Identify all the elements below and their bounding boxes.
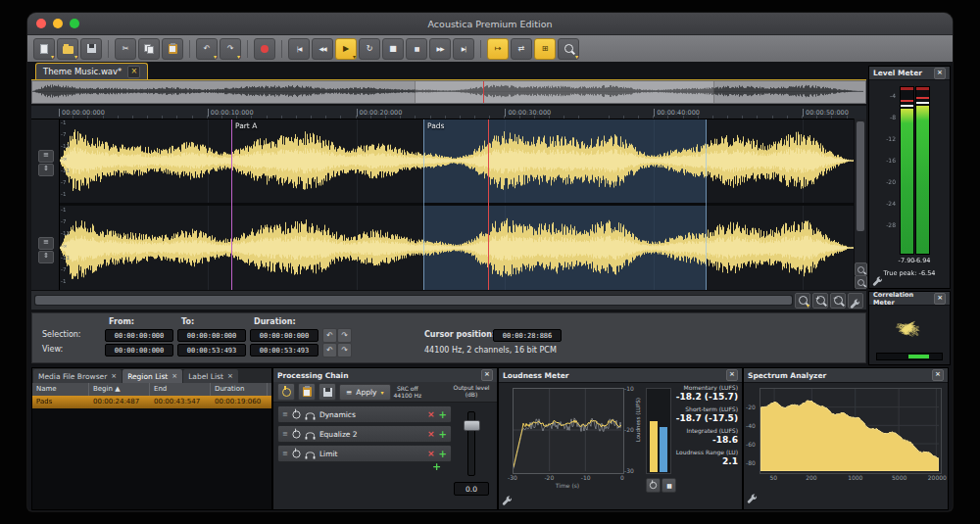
- close-panel-icon[interactable]: ×: [932, 369, 944, 381]
- headphones-icon[interactable]: [305, 412, 315, 418]
- channel-menu-button[interactable]: ≡: [38, 150, 54, 163]
- snap-button[interactable]: ⊞: [534, 38, 556, 60]
- add-effect-icon[interactable]: +: [439, 409, 447, 420]
- overview-waveform[interactable]: [31, 80, 866, 104]
- pause-button[interactable]: ▮▮: [406, 38, 427, 60]
- chain-effect-row[interactable]: ≡Equalize 2×+: [277, 425, 452, 443]
- waveform-channel-right[interactable]: [59, 206, 855, 290]
- selection-duration-field[interactable]: 00:00:00:000: [250, 329, 318, 342]
- channel-zoom-button[interactable]: ⇕: [38, 164, 54, 176]
- close-tab-icon[interactable]: ×: [172, 372, 177, 380]
- power-icon[interactable]: [292, 450, 300, 457]
- view-from-field[interactable]: 00:00:00:000: [105, 344, 173, 357]
- waveview-settings-button[interactable]: [848, 293, 863, 309]
- vertical-scroll-thumb[interactable]: [857, 121, 864, 231]
- record-button[interactable]: [254, 38, 275, 60]
- add-effect-icon[interactable]: +: [439, 429, 447, 440]
- view-undo-button[interactable]: ↶: [322, 343, 337, 357]
- horizontal-scroll-thumb[interactable]: [35, 296, 792, 305]
- tab-label-list[interactable]: Label List×: [183, 369, 238, 383]
- close-panel-icon[interactable]: ×: [726, 369, 738, 381]
- go-start-button[interactable]: |◀: [288, 38, 310, 60]
- save-button[interactable]: [80, 38, 102, 60]
- region-label[interactable]: Pads: [427, 121, 444, 130]
- loop-button[interactable]: ↻: [359, 38, 380, 60]
- selection-to-field[interactable]: 00:00:00:000: [177, 329, 246, 342]
- panel-titlebar[interactable]: Spectrum Analyzer ×: [744, 368, 948, 383]
- drag-handle-icon[interactable]: ≡: [282, 430, 288, 438]
- waveform-channel-left[interactable]: [59, 119, 855, 203]
- remove-effect-icon[interactable]: ×: [427, 409, 435, 419]
- region-row[interactable]: Pads00:00:24:48700:00:43:54700:00:19:060: [32, 396, 271, 408]
- add-effect-icon[interactable]: +: [439, 449, 447, 459]
- cut-button[interactable]: ✂: [115, 38, 136, 60]
- view-duration-field[interactable]: 00:00:53:493: [250, 344, 318, 357]
- column-header-duration[interactable]: Duration: [211, 383, 268, 396]
- cursor-position-field[interactable]: 00:00:28:886: [493, 329, 562, 342]
- output-level-value[interactable]: 0.0: [454, 482, 489, 496]
- stop-button[interactable]: ■: [382, 38, 404, 60]
- loudness-power-button[interactable]: [646, 478, 661, 493]
- panel-titlebar[interactable]: Loudness Meter ×: [499, 368, 742, 383]
- scrub-button[interactable]: ⇄: [511, 38, 532, 60]
- horizontal-scrollbar[interactable]: [34, 295, 793, 306]
- play-button[interactable]: ▶▾: [335, 38, 357, 60]
- loudness-pause-button[interactable]: ▮▮: [662, 478, 676, 493]
- channel-zoom-button[interactable]: ⇕: [38, 251, 54, 263]
- spectrum-settings-wrench-icon[interactable]: [747, 490, 759, 501]
- zoom-button[interactable]: [70, 19, 79, 28]
- zoom-in-vertical-button[interactable]: [855, 262, 867, 276]
- column-header-begin[interactable]: Begin ▲: [89, 383, 150, 396]
- zoom-in-button[interactable]: +: [812, 293, 828, 309]
- drag-handle-icon[interactable]: ≡: [282, 450, 288, 457]
- close-panel-icon[interactable]: ×: [934, 293, 946, 305]
- paste-button[interactable]: [162, 38, 183, 60]
- headphones-icon[interactable]: [305, 452, 315, 457]
- drag-handle-icon[interactable]: ≡: [282, 410, 288, 418]
- power-icon[interactable]: [292, 430, 300, 438]
- column-header-end[interactable]: End: [150, 383, 211, 396]
- view-redo-button[interactable]: ↷: [337, 343, 352, 357]
- tab-region-list[interactable]: Region List×: [122, 369, 182, 383]
- chain-copy-button[interactable]: [298, 383, 316, 401]
- add-effect-button[interactable]: +: [432, 460, 441, 473]
- slider-thumb[interactable]: [464, 420, 480, 431]
- zoom-out-vertical-button[interactable]: [855, 275, 867, 289]
- panel-titlebar[interactable]: Correlation Meter ×: [869, 292, 950, 306]
- selection-redo-button[interactable]: ↷: [337, 328, 352, 343]
- selection-end-edge[interactable]: [706, 119, 707, 290]
- zoom-menu-button[interactable]: ▾: [795, 293, 810, 309]
- panel-titlebar[interactable]: Level Meter ×: [869, 67, 950, 80]
- go-end-button[interactable]: ▶|: [453, 38, 474, 60]
- meter-settings-wrench-icon[interactable]: [872, 272, 884, 284]
- channel-menu-button[interactable]: ≡: [38, 237, 54, 250]
- chain-effect-row[interactable]: ≡Dynamics×+: [277, 405, 452, 423]
- remove-effect-icon[interactable]: ×: [427, 429, 435, 439]
- timeline-ruler[interactable]: 00:00:00:00000:00:10:00000:00:20:00000:0…: [31, 106, 866, 119]
- zoom-button[interactable]: ▾: [558, 38, 579, 60]
- new-button[interactable]: ▾: [33, 38, 55, 60]
- chain-power-button[interactable]: [277, 383, 295, 401]
- selection-start-edge[interactable]: [423, 119, 424, 290]
- marker-label[interactable]: Part A: [235, 121, 257, 130]
- close-panel-icon[interactable]: ×: [934, 68, 946, 79]
- forward-button[interactable]: ▶▶: [429, 38, 451, 60]
- close-button[interactable]: [36, 19, 46, 28]
- close-tab-icon[interactable]: ×: [127, 66, 140, 78]
- tab-document[interactable]: Theme Music.wav* ×: [35, 63, 148, 79]
- view-to-field[interactable]: 00:00:53:493: [177, 344, 246, 357]
- open-button[interactable]: ▾: [57, 38, 78, 60]
- close-panel-icon[interactable]: ×: [481, 369, 493, 381]
- power-icon[interactable]: [292, 410, 300, 418]
- selection-undo-button[interactable]: ↶: [322, 328, 337, 343]
- undo-button[interactable]: ↶▾: [196, 38, 218, 60]
- loudness-settings-wrench-icon[interactable]: [502, 492, 514, 503]
- vertical-scrollbar[interactable]: [854, 119, 866, 290]
- column-header-name[interactable]: Name: [32, 383, 89, 396]
- zoom-out-button[interactable]: −: [830, 293, 846, 309]
- redo-button[interactable]: ↷▾: [220, 38, 241, 60]
- tab-media-file-browser[interactable]: Media File Browser×: [33, 369, 122, 383]
- chain-save-button[interactable]: [318, 383, 336, 401]
- minimize-button[interactable]: [53, 19, 63, 28]
- headphones-icon[interactable]: [305, 432, 315, 438]
